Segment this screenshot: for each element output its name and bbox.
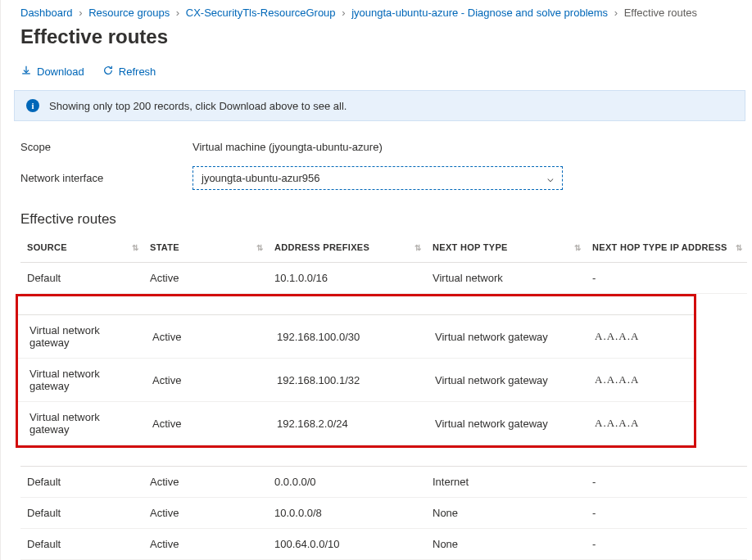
cell-prefix: 10.0.0.0/8 (268, 498, 426, 529)
cell-source: Default (20, 263, 143, 294)
breadcrumb: Dashboard › Resource groups › CX-Securit… (1, 0, 752, 24)
cell-next: Virtual network (426, 263, 586, 294)
network-interface-row: Network interface jyoungta-ubuntu-azur95… (20, 160, 744, 196)
page-title: Effective routes (1, 24, 752, 56)
cell-ip: A.A.A.A (583, 359, 694, 402)
table-title: Effective routes (1, 196, 752, 234)
info-text: Showing only top 200 records, click Down… (49, 100, 347, 112)
form-area: Scope Virtual machine (jyoungta-ubuntu-a… (1, 134, 752, 196)
cell-source: Virtual network gateway (18, 359, 141, 402)
chevron-right-icon: › (173, 7, 183, 19)
col-state[interactable]: STATE⇅ (143, 234, 268, 263)
col-source[interactable]: SOURCE⇅ (20, 234, 143, 263)
cell-state: Active (143, 498, 268, 529)
cell-ip: A.A.A.A (583, 402, 694, 445)
col-next[interactable]: NEXT HOP TYPE⇅ (426, 234, 586, 263)
cell-prefix: 10.1.0.0/16 (268, 263, 426, 294)
cell-prefix: 0.0.0.0/0 (268, 467, 426, 498)
cell-ip: - (586, 529, 747, 560)
table-row[interactable]: Virtual network gateway Active 192.168.1… (18, 359, 694, 402)
cell-source: Default (20, 467, 143, 498)
chevron-down-icon: ⌵ (547, 172, 554, 184)
cell-next: None (426, 529, 586, 560)
cell-prefix: 192.168.100.0/30 (265, 315, 424, 359)
routes-table-highlight: Virtual network gateway Active 192.168.1… (18, 296, 694, 445)
breadcrumb-link-resource-groups[interactable]: Resource groups (88, 7, 170, 19)
cell-state: Active (143, 467, 268, 498)
cell-next: Virtual network gateway (424, 359, 583, 402)
breadcrumb-link-resource-group-name[interactable]: CX-SecurityTls-ResourceGroup (186, 7, 336, 19)
download-button[interactable]: Download (20, 65, 84, 79)
cell-next: Virtual network gateway (424, 315, 583, 359)
cell-next: None (426, 498, 586, 529)
table-row[interactable]: Default Active 10.1.0.0/16 Virtual netwo… (20, 263, 747, 294)
cell-source: Virtual network gateway (18, 315, 141, 359)
network-interface-value: jyoungta-ubuntu-azur956 (202, 172, 320, 184)
cell-ip: - (586, 467, 747, 498)
network-interface-select[interactable]: jyoungta-ubuntu-azur956 ⌵ (193, 166, 563, 190)
sort-icon[interactable]: ⇅ (574, 244, 581, 251)
table-row[interactable]: Default Active 100.64.0.0/10 None - (20, 529, 747, 560)
routes-table-top: SOURCE⇅ STATE⇅ ADDRESS PREFIXES⇅ NEXT HO… (20, 234, 747, 294)
sort-icon[interactable]: ⇅ (736, 244, 742, 251)
sort-icon[interactable]: ⇅ (132, 244, 138, 251)
cell-state: Active (141, 359, 265, 402)
scope-label: Scope (20, 141, 193, 153)
refresh-icon (102, 65, 114, 79)
info-bar: i Showing only top 200 records, click Do… (14, 90, 745, 121)
refresh-label: Refresh (119, 65, 156, 78)
routes-table-bottom: Default Active 0.0.0.0/0 Internet - Defa… (20, 448, 747, 560)
cell-state: Active (141, 315, 265, 359)
breadcrumb-link-dashboard[interactable]: Dashboard (20, 7, 73, 19)
chevron-right-icon: › (611, 7, 621, 19)
scope-row: Scope Virtual machine (jyoungta-ubuntu-a… (20, 134, 744, 160)
toolbar: Download Refresh (1, 56, 752, 90)
cell-state: Active (141, 402, 265, 445)
table-row[interactable]: Default Active 10.0.0.0/8 None - (20, 498, 747, 529)
cell-prefix: 192.168.100.1/32 (265, 359, 424, 402)
highlighted-routes-box: Virtual network gateway Active 192.168.1… (16, 294, 696, 448)
effective-routes-page: Dashboard › Resource groups › CX-Securit… (0, 0, 752, 560)
col-ip[interactable]: NEXT HOP TYPE IP ADDRESS⇅ (586, 234, 747, 263)
table-header-row: SOURCE⇅ STATE⇅ ADDRESS PREFIXES⇅ NEXT HO… (20, 234, 747, 263)
refresh-button[interactable]: Refresh (102, 65, 156, 79)
info-icon: i (26, 99, 39, 112)
cell-next: Internet (426, 467, 586, 498)
chevron-right-icon: › (338, 7, 348, 19)
download-icon (20, 65, 32, 79)
col-prefix[interactable]: ADDRESS PREFIXES⇅ (268, 234, 426, 263)
cell-ip: A.A.A.A (583, 315, 694, 359)
network-interface-label: Network interface (20, 172, 193, 184)
cell-ip: - (586, 498, 747, 529)
chevron-right-icon: › (75, 7, 85, 19)
table-row[interactable]: Default Active 0.0.0.0/0 Internet - (20, 467, 747, 498)
table-row[interactable]: Virtual network gateway Active 192.168.2… (18, 402, 694, 445)
scope-value: Virtual machine (jyoungta-ubuntu-azure) (193, 141, 383, 153)
sort-icon[interactable]: ⇅ (415, 244, 421, 251)
cell-state: Active (143, 263, 268, 294)
cell-prefix: 192.168.2.0/24 (265, 402, 424, 445)
cell-source: Virtual network gateway (18, 402, 141, 445)
cell-source: Default (20, 529, 143, 560)
sort-icon[interactable]: ⇅ (256, 244, 263, 251)
breadcrumb-current: Effective routes (624, 7, 697, 19)
cell-state: Active (143, 529, 268, 560)
table-row[interactable]: Virtual network gateway Active 192.168.1… (18, 315, 694, 359)
cell-next: Virtual network gateway (424, 402, 583, 445)
cell-ip: - (586, 263, 747, 294)
download-label: Download (37, 65, 84, 78)
cell-prefix: 100.64.0.0/10 (268, 529, 426, 560)
cell-source: Default (20, 498, 143, 529)
breadcrumb-link-diagnose[interactable]: jyoungta-ubuntu-azure - Diagnose and sol… (351, 7, 608, 19)
